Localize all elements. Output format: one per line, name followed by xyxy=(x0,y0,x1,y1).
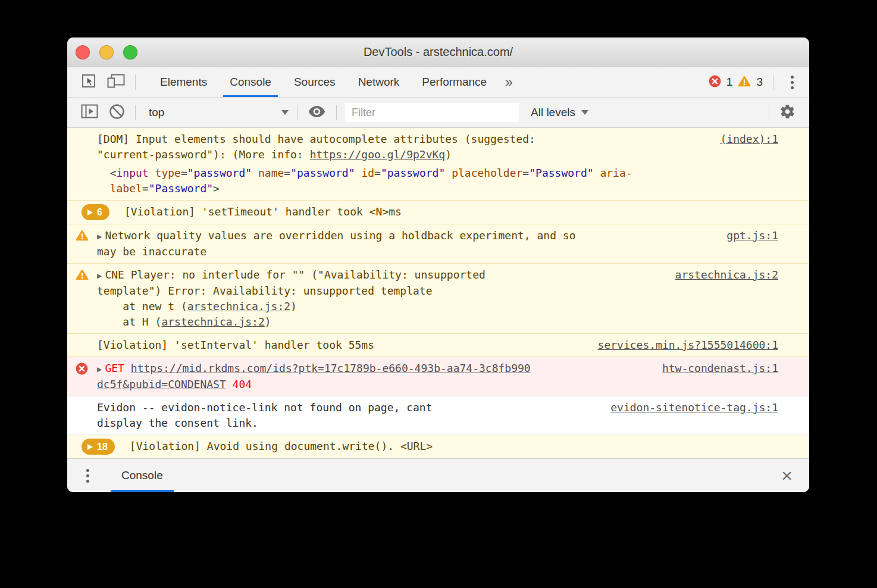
repeat-count-badge[interactable]: 6 xyxy=(82,204,109,220)
message-link[interactable]: https://mid.rkdms.com/ids?ptk=17c1789b-e… xyxy=(131,362,531,374)
message-text: [Violation] 'setTimeout' handler took <N… xyxy=(124,204,778,220)
text-segment: aria- xyxy=(600,167,632,179)
more-options-button[interactable] xyxy=(784,76,801,89)
text-segment xyxy=(594,167,600,179)
more-tabs-button[interactable]: » xyxy=(498,74,520,90)
text-segment: "Password" xyxy=(529,167,593,179)
error-count: 1 xyxy=(726,76,733,89)
text-segment: = xyxy=(181,167,187,179)
disclosure-triangle-icon[interactable]: ▶ xyxy=(97,364,102,374)
tab-elements[interactable]: Elements xyxy=(151,67,216,97)
clear-console-icon xyxy=(109,104,125,122)
repeat-count-badge[interactable]: 18 xyxy=(82,439,115,455)
tab-performance[interactable]: Performance xyxy=(413,67,496,97)
message-link[interactable]: arstechnica.js:2 xyxy=(187,300,290,312)
close-window-button[interactable] xyxy=(76,45,90,60)
text-segment: GET xyxy=(105,362,130,374)
live-expression-button[interactable] xyxy=(302,98,331,127)
minimize-window-button[interactable] xyxy=(99,45,114,60)
text-segment: name xyxy=(258,167,284,179)
expand-triangle-icon xyxy=(87,444,93,450)
text-segment: Network quality values are overridden us… xyxy=(105,229,575,242)
inspect-cursor-icon xyxy=(81,73,96,91)
message-line: display the consent link. xyxy=(97,415,599,431)
error-badge-icon[interactable] xyxy=(709,75,721,90)
tab-network[interactable]: Network xyxy=(349,67,409,97)
close-drawer-icon[interactable]: × xyxy=(776,466,797,485)
message-gutter xyxy=(76,132,97,133)
source-link[interactable]: evidon-sitenotice-tag.js:1 xyxy=(610,400,778,415)
message-text: ▶CNE Player: no interlude for "" ("Avail… xyxy=(97,267,663,330)
drawer-tab-console[interactable]: Console xyxy=(111,459,174,492)
error-icon xyxy=(76,361,97,379)
sidebar-toggle-icon xyxy=(81,104,98,121)
clear-console-button[interactable] xyxy=(104,98,130,127)
source-link[interactable]: arstechnica.js:2 xyxy=(675,267,778,283)
device-toolbar-button[interactable] xyxy=(102,67,130,97)
console-sidebar-toggle-button[interactable] xyxy=(76,98,104,127)
console-message: Evidon -- evidon-notice-link not found o… xyxy=(67,396,809,435)
message-link[interactable]: dc5f&pubid=CONDENAST xyxy=(97,378,226,390)
message-line: dc5f&pubid=CONDENAST 404 xyxy=(97,377,650,392)
console-message: ▶CNE Player: no interlude for "" ("Avail… xyxy=(67,264,809,334)
text-segment: "password" xyxy=(381,167,445,179)
text-segment: ) xyxy=(290,300,297,312)
console-settings-button[interactable] xyxy=(774,98,801,127)
disclosure-triangle-icon[interactable]: ▶ xyxy=(97,271,102,280)
message-text: ▶GET https://mid.rkdms.com/ids?ptk=17c17… xyxy=(97,361,650,392)
context-selector[interactable]: top xyxy=(140,106,292,119)
text-segment: at H ( xyxy=(97,315,161,328)
devtools-window: DevTools - arstechnica.com/ ElementsCons… xyxy=(67,37,809,492)
tab-console[interactable]: Console xyxy=(221,67,280,97)
gear-icon xyxy=(779,104,795,122)
source-link[interactable]: (index):1 xyxy=(720,132,778,147)
tab-sources[interactable]: Sources xyxy=(285,67,344,97)
message-line: may be inaccurate xyxy=(97,244,715,259)
text-segment: = xyxy=(374,167,381,179)
text-segment: input xyxy=(117,167,149,179)
message-line: <input type="password" name="password" i… xyxy=(97,165,708,181)
message-line: template") Error: Availability: unsuppor… xyxy=(97,283,663,299)
text-segment xyxy=(149,167,155,179)
message-text: Evidon -- evidon-notice-link not found o… xyxy=(97,400,599,431)
chevron-down-icon xyxy=(581,110,588,115)
console-message: [Violation] 'setInterval' handler took 5… xyxy=(67,334,809,357)
warning-badge-icon[interactable] xyxy=(738,76,751,89)
text-segment xyxy=(252,167,258,179)
text-segment: Evidon -- evidon-notice-link not found o… xyxy=(97,401,433,414)
message-text: ▶Network quality values are overridden u… xyxy=(97,228,715,259)
context-selector-value: top xyxy=(149,106,164,119)
text-segment: id xyxy=(361,167,374,179)
zoom-window-button[interactable] xyxy=(123,45,137,60)
divider xyxy=(297,105,297,120)
source-link[interactable]: gpt.js:1 xyxy=(726,228,778,243)
filter-input[interactable] xyxy=(345,103,519,122)
divider xyxy=(769,105,769,120)
text-segment: type xyxy=(155,167,181,179)
message-gutter xyxy=(76,400,97,402)
inspect-element-button[interactable] xyxy=(76,67,102,97)
message-link[interactable]: https://goo.gl/9p2vKq xyxy=(310,148,446,161)
text-segment: = xyxy=(142,182,149,195)
source-link[interactable]: htw-condenast.js:1 xyxy=(662,361,778,376)
message-line: Evidon -- evidon-notice-link not found o… xyxy=(97,400,599,415)
message-link[interactable]: arstechnica.js:2 xyxy=(161,315,264,328)
text-segment: [Violation] 'setInterval' handler took 5… xyxy=(97,339,374,351)
warning-icon xyxy=(76,228,97,245)
source-link[interactable]: services.min.js?1555014600:1 xyxy=(598,337,778,353)
disclosure-triangle-icon[interactable]: ▶ xyxy=(97,232,102,241)
divider xyxy=(135,74,136,90)
titlebar: DevTools - arstechnica.com/ xyxy=(67,37,809,67)
console-message: 18[Violation] Avoid using document.write… xyxy=(67,435,809,458)
text-segment: "password" xyxy=(290,167,355,179)
drawer-menu-button[interactable] xyxy=(79,469,96,483)
text-segment xyxy=(97,182,110,195)
message-line: at H (arstechnica.js:2) xyxy=(97,314,663,330)
message-line: [Violation] 'setTimeout' handler took <N… xyxy=(124,204,778,220)
log-level-selector[interactable]: All levels xyxy=(531,106,588,119)
message-line: [Violation] 'setInterval' handler took 5… xyxy=(97,337,586,353)
divider xyxy=(773,74,773,90)
chevron-down-icon xyxy=(281,110,289,115)
message-line: at new t (arstechnica.js:2) xyxy=(97,299,663,314)
device-toolbar-icon xyxy=(107,74,125,90)
